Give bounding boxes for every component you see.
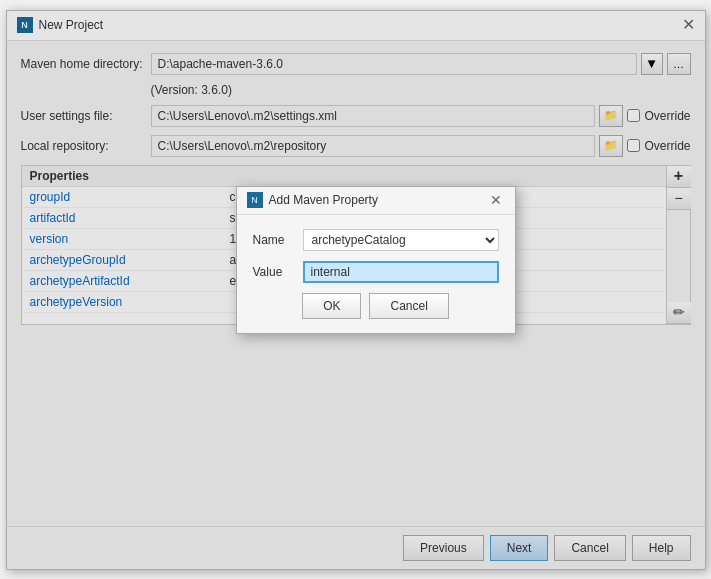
- dialog-content: Name archetypeCatalog Value OK Cancel: [237, 215, 515, 333]
- dialog-buttons: OK Cancel: [253, 293, 499, 319]
- dialog-close-button[interactable]: ✕: [487, 191, 505, 209]
- dialog-name-label: Name: [253, 233, 303, 247]
- dialog-value-label: Value: [253, 265, 303, 279]
- dialog-value-input[interactable]: [303, 261, 499, 283]
- dialog-title-bar: N Add Maven Property ✕: [237, 187, 515, 215]
- dialog-ok-button[interactable]: OK: [302, 293, 361, 319]
- dialog-title: Add Maven Property: [269, 193, 378, 207]
- add-maven-property-dialog: N Add Maven Property ✕ Name archetypeCat…: [236, 186, 516, 334]
- dialog-cancel-button[interactable]: Cancel: [369, 293, 448, 319]
- main-window: N New Project ✕ Maven home directory: ▼ …: [6, 10, 706, 570]
- dialog-icon: N: [247, 192, 263, 208]
- dialog-title-left: N Add Maven Property: [247, 192, 378, 208]
- dialog-overlay: N Add Maven Property ✕ Name archetypeCat…: [7, 11, 705, 569]
- dialog-name-row: Name archetypeCatalog: [253, 229, 499, 251]
- dialog-name-select[interactable]: archetypeCatalog: [303, 229, 499, 251]
- dialog-value-row: Value: [253, 261, 499, 283]
